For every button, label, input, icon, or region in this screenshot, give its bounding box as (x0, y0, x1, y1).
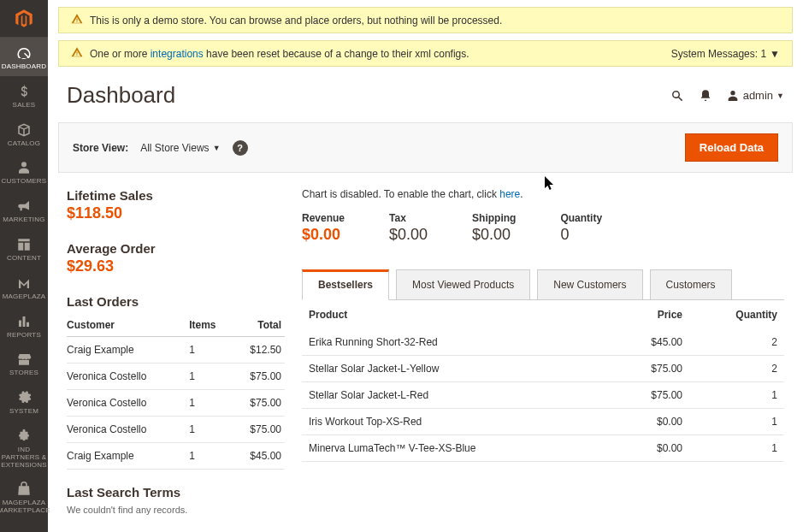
section-title: Last Orders (67, 294, 285, 309)
col-product: Product (302, 300, 612, 330)
store-view-select[interactable]: All Store Views ▼ (140, 142, 220, 154)
nav-marketplace[interactable]: MAGEPLAZA MARKETPLACE (0, 474, 48, 520)
bell-icon[interactable] (699, 89, 712, 103)
chart-enable-link[interactable]: here (499, 188, 520, 200)
bestsellers-table: Product Price Quantity Erika Running Sho… (302, 299, 784, 462)
nav-label: REPORTS (7, 332, 41, 340)
last-search-terms-block: Last Search Terms We couldn't find any r… (67, 485, 285, 515)
nav-label: MARKETING (3, 216, 44, 224)
nav-label: SALES (13, 102, 36, 109)
dashboard-tabs: Bestsellers Most Viewed Products New Cus… (302, 269, 784, 300)
lifetime-sales-block: Lifetime Sales $118.50 (67, 188, 285, 222)
tab-most-viewed[interactable]: Most Viewed Products (396, 269, 530, 300)
nav-label: SYSTEM (9, 408, 38, 416)
caret-down-icon: ▼ (776, 92, 784, 100)
chart-disabled-note: Chart is disabled. To enable the chart, … (302, 188, 784, 200)
nav-label: CUSTOMERS (2, 178, 47, 186)
table-row[interactable]: Minerva LumaTech™ V-Tee-XS-Blue$0.001 (302, 435, 784, 462)
bag-icon (16, 481, 32, 498)
metrics-row: Revenue $0.00 Tax $0.00 Shipping $0.00 Q… (302, 212, 784, 244)
caret-down-icon: ▼ (213, 144, 221, 152)
system-banner: One or more integrations have been reset… (58, 40, 793, 67)
header-actions: admin ▼ (670, 88, 784, 103)
nav-partners[interactable]: IND PARTNERS & EXTENSIONS (0, 421, 48, 474)
section-title: Last Search Terms (67, 485, 285, 499)
stat-title: Lifetime Sales (67, 188, 285, 203)
stat-value: $29.63 (67, 257, 285, 275)
nav-system[interactable]: SYSTEM (0, 382, 48, 421)
demo-banner: This is only a demo store. You can brows… (58, 7, 793, 33)
nav-label: CATALOG (8, 140, 40, 148)
integrations-link[interactable]: integrations (151, 48, 204, 60)
nav-content[interactable]: CONTENT (0, 229, 48, 268)
table-row[interactable]: Stellar Solar Jacket-L-Yellow$75.002 (302, 356, 784, 382)
metric-revenue: Revenue $0.00 (302, 212, 345, 244)
nav-stores[interactable]: STORES (0, 344, 48, 382)
metric-quantity: Quantity 0 (560, 212, 602, 244)
tab-new-customers[interactable]: New Customers (537, 269, 642, 300)
table-row[interactable]: Erika Running Short-32-Red$45.002 (302, 329, 784, 356)
box-icon (16, 121, 32, 139)
last-orders-block: Last Orders Customer Items Total Craig E… (67, 294, 285, 470)
username: admin (743, 89, 773, 102)
reload-data-button[interactable]: Reload Data (685, 133, 778, 162)
metric-shipping: Shipping $0.00 (472, 212, 516, 244)
search-empty-text: We couldn't find any records. (67, 505, 285, 515)
m-icon (16, 275, 32, 292)
magento-logo[interactable] (0, 0, 48, 38)
dollar-icon (16, 83, 32, 100)
stat-title: Average Order (67, 241, 285, 256)
xml-banner-text: One or more integrations have been reset… (90, 48, 469, 60)
bars-icon (16, 313, 32, 330)
person-icon (16, 159, 32, 176)
puzzle-icon (16, 428, 32, 445)
table-row[interactable]: Veronica Costello1$75.00 (67, 390, 285, 417)
table-row[interactable]: Iris Workout Top-XS-Red$0.001 (302, 409, 784, 435)
col-customer: Customer (67, 314, 189, 337)
nav-label: IND PARTNERS & EXTENSIONS (1, 446, 47, 469)
gear-icon (16, 389, 32, 406)
nav-customers[interactable]: CUSTOMERS (0, 152, 48, 191)
right-column: Chart is disabled. To enable the chart, … (302, 188, 784, 532)
nav-label: MAGEPLAZA MARKETPLACE (0, 499, 50, 515)
layout-icon (16, 236, 32, 253)
tab-bestsellers[interactable]: Bestsellers (302, 269, 389, 300)
nav-reports[interactable]: REPORTS (0, 306, 48, 345)
table-row[interactable]: Craig Example1$12.50 (67, 337, 285, 364)
megaphone-icon (16, 198, 32, 215)
left-column: Lifetime Sales $118.50 Average Order $29… (67, 188, 285, 532)
nav-catalog[interactable]: CATALOG (0, 115, 48, 153)
nav-label: CONTENT (7, 255, 41, 263)
caret-down-icon: ▼ (770, 48, 780, 60)
help-icon[interactable]: ? (233, 140, 248, 156)
col-price: Price (612, 300, 689, 330)
metric-tax: Tax $0.00 (389, 212, 428, 244)
last-orders-table: Customer Items Total Craig Example1$12.5… (67, 314, 285, 470)
page-header: Dashboard admin ▼ (48, 67, 803, 115)
tab-customers[interactable]: Customers (650, 269, 732, 300)
warning-icon (71, 46, 83, 61)
search-icon[interactable] (670, 88, 685, 103)
nav-dashboard[interactable]: DASHBOARD (0, 38, 48, 76)
page-title: Dashboard (67, 82, 175, 109)
average-order-block: Average Order $29.63 (67, 241, 285, 275)
store-view-label: Store View: (73, 142, 128, 154)
user-menu[interactable]: admin ▼ (726, 89, 784, 103)
nav-mageplaza[interactable]: MAGEPLAZA (0, 268, 48, 306)
table-row[interactable]: Craig Example1$45.00 (67, 443, 285, 470)
nav-label: MAGEPLAZA (3, 293, 46, 301)
sidebar: DASHBOARD SALES CATALOG CUSTOMERS MARKET… (0, 0, 48, 532)
table-row[interactable]: Stellar Solar Jacket-L-Red$75.001 (302, 382, 784, 409)
table-row[interactable]: Veronica Costello1$75.00 (67, 417, 285, 443)
table-row[interactable]: Veronica Costello1$75.00 (67, 364, 285, 390)
nav-sales[interactable]: SALES (0, 76, 48, 115)
system-messages-toggle[interactable]: System Messages: 1 ▼ (671, 48, 780, 60)
nav-marketing[interactable]: MARKETING (0, 191, 48, 229)
main-area: This is only a demo store. You can brows… (48, 7, 803, 532)
col-quantity: Quantity (689, 300, 784, 330)
warning-icon (71, 13, 83, 27)
store-toolbar: Store View: All Store Views ▼ ? Reload D… (58, 122, 793, 173)
nav-label: DASHBOARD (2, 63, 46, 71)
user-icon (726, 89, 740, 103)
col-total: Total (233, 314, 285, 337)
